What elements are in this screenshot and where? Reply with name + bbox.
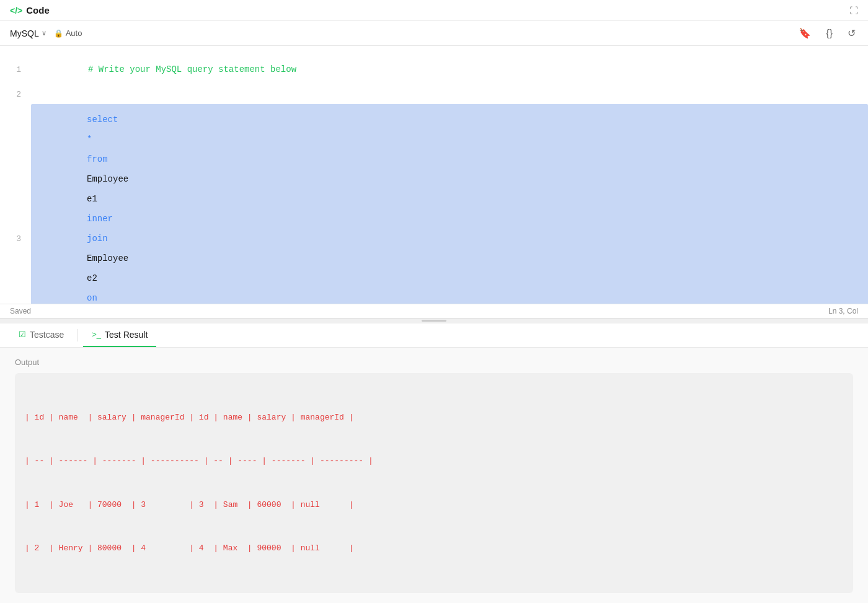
space (87, 184, 92, 194)
code-line-3: 3 select * from Employee e1 inner join (0, 103, 868, 304)
bookmark-button[interactable]: 🔖 (796, 25, 813, 42)
comment-text: # Write your MySQL query statement below (88, 64, 296, 74)
space (87, 224, 92, 234)
code-line-1: 1 # Write your MySQL query statement bel… (0, 53, 868, 86)
space (87, 204, 92, 214)
code-status-bar: Saved Ln 3, Col (0, 304, 868, 318)
toolbar-right: 🔖 {} ↺ (796, 25, 858, 42)
tab-test-result[interactable]: >_ Test Result (83, 324, 156, 347)
language-selector[interactable]: MySQL ∨ (10, 29, 46, 38)
tabs-header: ☑ Testcase >_ Test Result (0, 324, 868, 348)
output-data-text-2: | 2 | Henry | 80000 | 4 | 4 | Max | 9000… (25, 541, 354, 555)
output-data-row-2: | 2 | Henry | 80000 | 4 | 4 | Max | 9000… (25, 541, 843, 555)
output-data-row-1: | 1 | Joe | 70000 | 3 | 3 | Sam | 60000 … (25, 498, 843, 512)
table-employee2: Employee (87, 253, 128, 263)
alias-e2: e2 (87, 273, 97, 283)
space (87, 125, 92, 134)
alias-e1: e1 (87, 194, 97, 204)
keyword-select: select (87, 115, 118, 125)
line-content-3: select * from Employee e1 inner join Emp… (31, 104, 868, 304)
output-area: Output | id | name | salary | managerId … (0, 348, 868, 603)
bottom-section: ☑ Testcase >_ Test Result Output | id | … (0, 324, 868, 603)
code-section: </> Code ⛶ MySQL ∨ 🔒 Auto 🔖 {} ↺ (0, 0, 868, 319)
auto-badge: 🔒 Auto (54, 29, 82, 38)
code-bracket-icon: </> (10, 6, 22, 15)
keyword-join: join (87, 234, 108, 244)
code-title-text: Code (26, 5, 50, 15)
lock-icon: 🔒 (54, 29, 63, 38)
toolbar: MySQL ∨ 🔒 Auto 🔖 {} ↺ (0, 21, 868, 46)
output-separator-row: | -- | ------ | ------- | ---------- | -… (25, 454, 843, 468)
space (87, 283, 92, 293)
line-number-1: 1 (0, 65, 31, 74)
keyword-star: * (87, 134, 92, 144)
space (87, 164, 92, 174)
tab-test-result-label: Test Result (105, 330, 148, 340)
space (87, 263, 92, 273)
test-result-icon: >_ (92, 330, 101, 339)
tab-testcase-label: Testcase (30, 330, 64, 340)
divider-handle (422, 320, 446, 322)
output-data-text-1: | 1 | Joe | 70000 | 3 | 3 | Sam | 60000 … (25, 498, 354, 512)
output-content: | id | name | salary | managerId | id | … (15, 373, 853, 593)
output-separator-text: | -- | ------ | ------- | ---------- | -… (25, 454, 373, 468)
keyword-inner: inner (87, 214, 113, 224)
line-number-3: 3 (0, 234, 31, 244)
toolbar-left: MySQL ∨ 🔒 Auto (10, 29, 82, 38)
saved-status: Saved (10, 307, 31, 315)
auto-label: Auto (66, 29, 82, 38)
code-title: </> Code (10, 5, 50, 15)
tab-testcase[interactable]: ☑ Testcase (10, 324, 73, 347)
language-label: MySQL (10, 29, 39, 38)
space (87, 244, 92, 253)
code-line-2: 2 (0, 86, 868, 103)
tab-divider (78, 329, 78, 341)
line-number-2: 2 (0, 90, 31, 99)
expand-icon[interactable]: ⛶ (849, 6, 858, 15)
keyword-from: from (87, 154, 108, 164)
chevron-down-icon: ∨ (42, 29, 46, 37)
line-content-1: # Write your MySQL query statement below (31, 55, 868, 84)
code-editor[interactable]: 1 # Write your MySQL query statement bel… (0, 46, 868, 304)
table-employee1: Employee (87, 174, 128, 184)
keyword-on: on (87, 293, 97, 303)
section-divider[interactable] (0, 319, 868, 324)
reset-button[interactable]: ↺ (845, 25, 858, 42)
testcase-check-icon: ☑ (19, 330, 26, 339)
output-label: Output (15, 358, 853, 367)
format-button[interactable]: {} (823, 25, 835, 42)
main-container: </> Code ⛶ MySQL ∨ 🔒 Auto 🔖 {} ↺ (0, 0, 868, 603)
code-header: </> Code ⛶ (0, 0, 868, 21)
output-header-text: | id | name | salary | managerId | id | … (25, 410, 354, 425)
space (87, 144, 92, 154)
cursor-position: Ln 3, Col (828, 307, 858, 315)
output-header-row: | id | name | salary | managerId | id | … (25, 410, 843, 425)
